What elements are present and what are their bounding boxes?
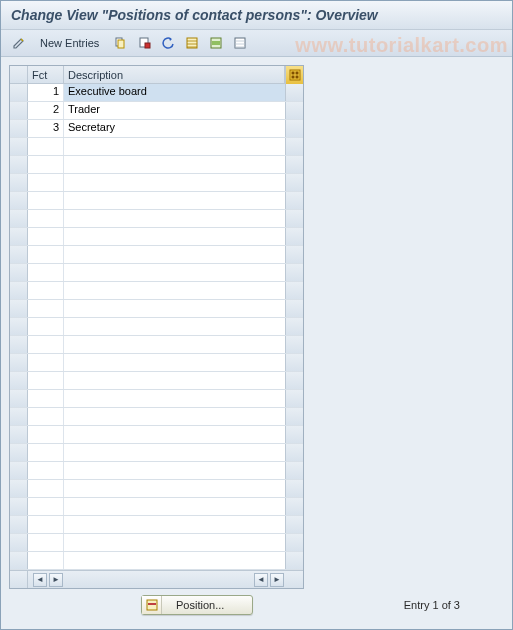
- cell-description[interactable]: Executive board: [64, 84, 285, 101]
- cell-fct[interactable]: [28, 354, 64, 371]
- row-selector[interactable]: [10, 444, 28, 461]
- cell-description[interactable]: [64, 444, 285, 461]
- cell-fct[interactable]: [28, 264, 64, 281]
- cell-fct[interactable]: 3: [28, 120, 64, 137]
- row-selector[interactable]: [10, 408, 28, 425]
- select-all-header[interactable]: [10, 66, 28, 84]
- row-selector[interactable]: [10, 534, 28, 551]
- scroll-right-icon[interactable]: ►: [270, 573, 284, 587]
- cell-fct[interactable]: [28, 282, 64, 299]
- cell-fct[interactable]: [28, 552, 64, 569]
- col-fct[interactable]: Fct: [28, 66, 64, 84]
- cell-fct[interactable]: [28, 210, 64, 227]
- table-settings-icon[interactable]: [285, 66, 303, 84]
- row-selector[interactable]: [10, 516, 28, 533]
- cell-description[interactable]: [64, 138, 285, 155]
- row-selector[interactable]: [10, 354, 28, 371]
- cell-description[interactable]: Secretary: [64, 120, 285, 137]
- cell-fct[interactable]: [28, 462, 64, 479]
- row-selector[interactable]: [10, 246, 28, 263]
- cell-description[interactable]: [64, 426, 285, 443]
- edit-icon[interactable]: [9, 33, 29, 53]
- cell-description[interactable]: [64, 390, 285, 407]
- cell-fct[interactable]: [28, 480, 64, 497]
- cell-description[interactable]: [64, 192, 285, 209]
- row-selector[interactable]: [10, 282, 28, 299]
- col-description[interactable]: Description: [64, 66, 285, 84]
- copy-icon[interactable]: [110, 33, 130, 53]
- new-entries-button[interactable]: New Entries: [33, 34, 106, 52]
- cell-fct[interactable]: [28, 228, 64, 245]
- cell-description[interactable]: [64, 300, 285, 317]
- cell-description[interactable]: [64, 462, 285, 479]
- cell-description[interactable]: [64, 336, 285, 353]
- row-selector[interactable]: [10, 552, 28, 569]
- row-selector[interactable]: [10, 462, 28, 479]
- position-button[interactable]: Position...: [141, 595, 253, 615]
- cell-description[interactable]: [64, 372, 285, 389]
- cell-fct[interactable]: [28, 156, 64, 173]
- row-selector[interactable]: [10, 426, 28, 443]
- cell-fct[interactable]: [28, 390, 64, 407]
- cell-fct[interactable]: [28, 300, 64, 317]
- row-selector[interactable]: [10, 156, 28, 173]
- cell-fct[interactable]: [28, 408, 64, 425]
- cell-description[interactable]: [64, 174, 285, 191]
- row-selector[interactable]: [10, 120, 28, 137]
- vscroll-track: [285, 282, 303, 299]
- cell-description[interactable]: [64, 210, 285, 227]
- cell-description[interactable]: Trader: [64, 102, 285, 119]
- cell-fct[interactable]: [28, 246, 64, 263]
- row-selector[interactable]: [10, 210, 28, 227]
- row-selector[interactable]: [10, 318, 28, 335]
- cell-description[interactable]: [64, 264, 285, 281]
- cell-fct[interactable]: [28, 498, 64, 515]
- undo-icon[interactable]: [158, 33, 178, 53]
- row-selector[interactable]: [10, 102, 28, 119]
- row-selector[interactable]: [10, 174, 28, 191]
- row-selector[interactable]: [10, 84, 28, 101]
- cell-fct[interactable]: 2: [28, 102, 64, 119]
- cell-fct[interactable]: 1: [28, 84, 64, 101]
- row-selector[interactable]: [10, 228, 28, 245]
- select-block-icon[interactable]: [206, 33, 226, 53]
- cell-description[interactable]: [64, 156, 285, 173]
- row-selector[interactable]: [10, 372, 28, 389]
- cell-description[interactable]: [64, 534, 285, 551]
- scroll-right-icon[interactable]: ►: [49, 573, 63, 587]
- cell-fct[interactable]: [28, 336, 64, 353]
- cell-fct[interactable]: [28, 174, 64, 191]
- cell-fct[interactable]: [28, 192, 64, 209]
- row-selector[interactable]: [10, 192, 28, 209]
- delete-icon[interactable]: [134, 33, 154, 53]
- cell-fct[interactable]: [28, 318, 64, 335]
- cell-description[interactable]: [64, 480, 285, 497]
- row-selector[interactable]: [10, 138, 28, 155]
- cell-fct[interactable]: [28, 138, 64, 155]
- scroll-left-icon[interactable]: ◄: [33, 573, 47, 587]
- scroll-left-icon[interactable]: ◄: [254, 573, 268, 587]
- cell-fct[interactable]: [28, 372, 64, 389]
- row-selector[interactable]: [10, 390, 28, 407]
- cell-description[interactable]: [64, 408, 285, 425]
- select-all-icon[interactable]: [182, 33, 202, 53]
- cell-description[interactable]: [64, 552, 285, 569]
- cell-fct[interactable]: [28, 444, 64, 461]
- cell-description[interactable]: [64, 498, 285, 515]
- cell-fct[interactable]: [28, 516, 64, 533]
- row-selector[interactable]: [10, 480, 28, 497]
- cell-fct[interactable]: [28, 534, 64, 551]
- cell-description[interactable]: [64, 246, 285, 263]
- cell-description[interactable]: [64, 282, 285, 299]
- row-selector[interactable]: [10, 498, 28, 515]
- cell-description[interactable]: [64, 354, 285, 371]
- table-row: [10, 228, 303, 246]
- cell-description[interactable]: [64, 516, 285, 533]
- row-selector[interactable]: [10, 300, 28, 317]
- cell-description[interactable]: [64, 228, 285, 245]
- cell-description[interactable]: [64, 318, 285, 335]
- deselect-all-icon[interactable]: [230, 33, 250, 53]
- row-selector[interactable]: [10, 264, 28, 281]
- row-selector[interactable]: [10, 336, 28, 353]
- cell-fct[interactable]: [28, 426, 64, 443]
